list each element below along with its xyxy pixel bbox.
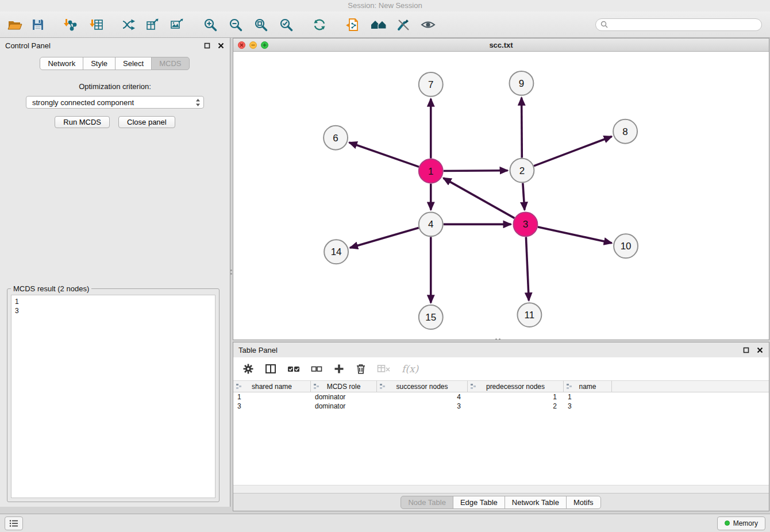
graph-edge-3-10[interactable] [538, 227, 612, 243]
open-session-icon[interactable] [7, 16, 23, 33]
column-header-label: shared name [252, 383, 292, 391]
table-cell[interactable]: dominator [311, 393, 377, 401]
graph-edge-3-11[interactable] [526, 237, 529, 300]
column-attribute-icon [566, 383, 572, 390]
zoom-fit-icon[interactable] [253, 16, 269, 33]
graph-node-3[interactable]: 3 [513, 212, 537, 236]
table-horizontal-scrollbar[interactable] [233, 485, 769, 493]
graph-node-2[interactable]: 2 [510, 159, 534, 183]
optimization-criterion-select[interactable]: strongly connected component [26, 96, 204, 109]
graph-node-15[interactable]: 15 [419, 305, 443, 329]
memory-button[interactable]: Memory [717, 516, 765, 530]
graph-node-14[interactable]: 14 [324, 240, 348, 264]
svg-text:4: 4 [428, 219, 433, 230]
deselect-all-columns-icon[interactable] [311, 364, 322, 373]
run-mcds-button[interactable]: Run MCDS [55, 116, 110, 128]
column-header-MCDS-role[interactable]: MCDS role [311, 381, 377, 392]
horizontal-splitter-handle[interactable] [493, 338, 502, 341]
table-row[interactable]: 3dominator323 [233, 402, 769, 411]
table-cell[interactable]: 4 [377, 393, 468, 401]
column-header-name[interactable]: name [564, 381, 612, 392]
zoom-in-icon[interactable] [202, 16, 218, 33]
network-window-title: scc.txt [233, 41, 769, 49]
tab-network-table[interactable]: Network Table [505, 496, 567, 509]
network-canvas[interactable]: 7968124314101511 [233, 52, 769, 340]
table-panel-header: Table Panel [233, 342, 769, 357]
task-history-button[interactable] [5, 516, 23, 530]
zoom-out-icon[interactable] [228, 16, 244, 33]
select-all-columns-icon[interactable] [287, 364, 300, 373]
table-cell[interactable]: dominator [311, 402, 377, 410]
show-graphics-details-icon[interactable] [395, 16, 411, 33]
svg-text:1: 1 [428, 166, 433, 177]
copy-network-icon[interactable] [345, 16, 361, 33]
table-cell[interactable]: 1 [233, 393, 311, 401]
tab-motifs[interactable]: Motifs [566, 496, 601, 509]
table-cell[interactable]: 2 [468, 402, 564, 410]
column-attribute-icon [313, 383, 319, 390]
save-session-icon[interactable] [30, 16, 46, 33]
graph-node-9[interactable]: 9 [509, 71, 533, 95]
graph-node-1[interactable]: 1 [419, 159, 443, 183]
graph-node-8[interactable]: 8 [613, 119, 637, 144]
window-minimize-icon[interactable] [249, 41, 257, 49]
table-panel-title: Table Panel [238, 346, 278, 354]
zoom-selected-icon[interactable] [278, 16, 294, 33]
graph-edge-2-8[interactable] [534, 137, 612, 166]
delete-column-trash-icon[interactable] [356, 363, 366, 375]
column-header-shared-name[interactable]: shared name [233, 381, 311, 392]
window-zoom-icon[interactable] [261, 41, 268, 49]
tab-edge-table[interactable]: Edge Table [453, 496, 505, 509]
show-hide-eye-icon[interactable] [419, 16, 437, 33]
import-table-icon[interactable] [88, 16, 105, 33]
float-panel-icon[interactable] [203, 41, 211, 49]
float-table-panel-icon[interactable] [742, 346, 750, 354]
table-settings-gear-icon[interactable] [242, 363, 254, 375]
table-header-row: shared nameMCDS rolesuccessor nodesprede… [233, 380, 769, 392]
status-bar: Memory [0, 514, 770, 532]
graph-node-11[interactable]: 11 [517, 303, 541, 327]
table-cell[interactable]: 3 [564, 402, 612, 410]
table-cell[interactable]: 1 [564, 393, 612, 401]
graph-edge-1-2[interactable] [444, 171, 508, 171]
graph-edge-2-3[interactable] [523, 183, 525, 210]
graph-edge-4-14[interactable] [350, 228, 419, 248]
tab-network[interactable]: Network [40, 57, 83, 70]
table-body: 1dominator4113dominator323 [233, 392, 769, 485]
table-cell[interactable]: 3 [377, 402, 468, 410]
graph-node-10[interactable]: 10 [614, 234, 638, 258]
graph-edge-3-1[interactable] [443, 178, 514, 218]
table-cell[interactable]: 1 [468, 393, 564, 401]
import-network-icon[interactable] [62, 16, 78, 33]
close-table-panel-icon[interactable] [756, 346, 764, 354]
tab-select[interactable]: Select [115, 57, 152, 70]
refresh-icon[interactable] [311, 16, 328, 33]
first-neighbors-icon[interactable] [369, 16, 388, 33]
graph-edge-1-6[interactable] [349, 142, 419, 167]
table-cell[interactable]: 3 [233, 402, 311, 410]
close-panel-button[interactable]: Close panel [118, 116, 175, 128]
graph-node-6[interactable]: 6 [324, 126, 348, 150]
export-image-icon[interactable] [169, 16, 185, 33]
export-table-icon[interactable] [145, 16, 161, 33]
tab-style[interactable]: Style [83, 57, 116, 70]
table-row[interactable]: 1dominator411 [233, 392, 769, 402]
graph-edge-2-9[interactable] [522, 98, 522, 158]
table-panel: Table Panel [233, 342, 769, 511]
add-column-icon[interactable] [333, 363, 345, 375]
new-network-icon[interactable] [121, 16, 137, 33]
vertical-splitter-handle[interactable] [230, 267, 233, 276]
tab-node-table[interactable]: Node Table [401, 496, 453, 509]
main-toolbar [0, 11, 770, 38]
window-close-icon[interactable] [238, 41, 245, 49]
search-input[interactable] [611, 20, 757, 29]
toggle-columns-icon[interactable] [265, 364, 276, 374]
column-header-successor-nodes[interactable]: successor nodes [377, 381, 468, 392]
search-field[interactable] [595, 18, 762, 31]
svg-text:15: 15 [425, 312, 436, 323]
graph-node-4[interactable]: 4 [419, 212, 443, 236]
column-header-predecessor-nodes[interactable]: predecessor nodes [468, 381, 564, 392]
tab-mcds[interactable]: MCDS [151, 57, 189, 70]
close-panel-icon[interactable] [217, 41, 225, 49]
graph-node-7[interactable]: 7 [419, 72, 443, 97]
